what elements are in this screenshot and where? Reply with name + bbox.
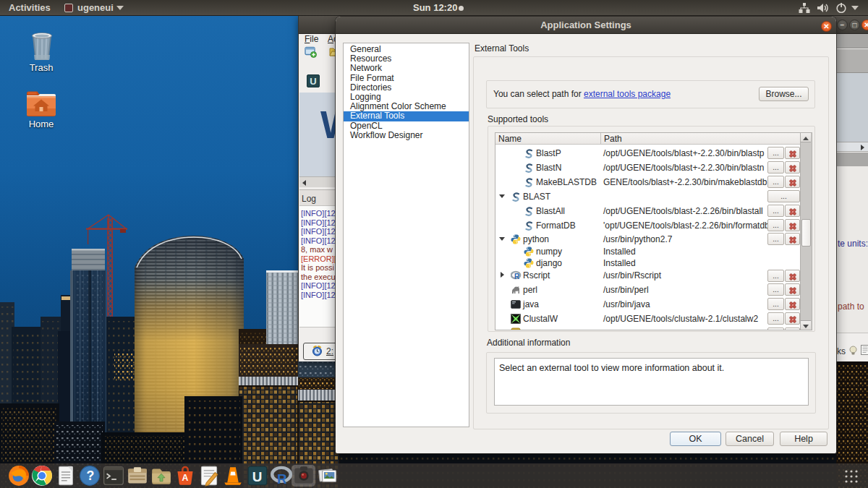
svg-text:R: R — [514, 273, 520, 281]
svg-text:A: A — [182, 473, 189, 483]
svg-text:?: ? — [87, 468, 95, 483]
svg-text:R: R — [277, 471, 287, 487]
svg-text:U: U — [252, 469, 263, 484]
